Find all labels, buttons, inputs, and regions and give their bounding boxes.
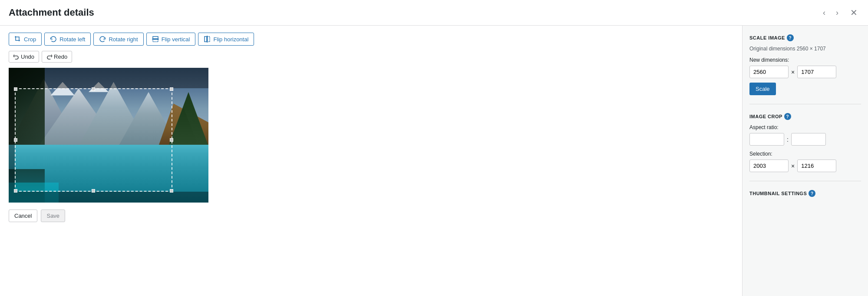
- next-button[interactable]: ›: [832, 7, 842, 19]
- flip-horizontal-label: Flip horizontal: [213, 36, 248, 43]
- crop-label: Crop: [24, 36, 36, 43]
- aspect-ratio-inputs: :: [749, 133, 861, 146]
- right-panel: SCALE IMAGE ? Original dimensions 2560 ×…: [742, 26, 868, 296]
- flip-horizontal-button[interactable]: Flip horizontal: [198, 33, 254, 46]
- handle-bottom-left[interactable]: [14, 189, 17, 193]
- scale-image-title: SCALE IMAGE ?: [749, 34, 861, 41]
- undo-redo-bar: Undo Redo: [9, 51, 733, 63]
- close-button[interactable]: ✕: [847, 6, 861, 20]
- aspect-width-input[interactable]: [749, 133, 784, 146]
- selection-inputs: ×: [749, 160, 861, 172]
- selection-label: Selection:: [749, 151, 861, 157]
- flip-vertical-label: Flip vertical: [162, 36, 190, 43]
- scale-image-section: SCALE IMAGE ? Original dimensions 2560 ×…: [749, 34, 861, 104]
- image-crop-section: IMAGE CROP ? Aspect ratio: : Selection: …: [749, 113, 861, 181]
- rotate-right-label: Rotate right: [109, 36, 138, 43]
- handle-bottom-right[interactable]: [170, 189, 173, 193]
- scale-help-icon[interactable]: ?: [787, 34, 794, 41]
- image-crop-title: IMAGE CROP ?: [749, 113, 861, 120]
- handle-top-center[interactable]: [92, 87, 95, 91]
- rotate-left-label: Rotate left: [59, 36, 85, 43]
- selection-width-input[interactable]: [749, 160, 789, 172]
- modal-body: Crop Rotate left Rotate right: [0, 26, 868, 296]
- undo-button[interactable]: Undo: [9, 51, 39, 63]
- crop-button[interactable]: Crop: [9, 33, 42, 46]
- modal-title: Attachment details: [9, 7, 94, 18]
- undo-label: Undo: [21, 53, 34, 60]
- redo-label: Redo: [54, 53, 67, 60]
- selection-separator: ×: [791, 163, 795, 170]
- handle-bottom-center[interactable]: [92, 189, 95, 193]
- prev-button[interactable]: ‹: [819, 7, 829, 19]
- action-bar: Cancel Save: [9, 210, 733, 222]
- editor-area: Crop Rotate left Rotate right: [0, 26, 742, 296]
- modal-nav: ‹ ›: [819, 7, 842, 19]
- thumbnail-settings-title: THUMBNAIL SETTINGS ?: [749, 190, 861, 197]
- attachment-details-modal: Attachment details ‹ › ✕ Crop: [0, 0, 868, 296]
- handle-middle-left[interactable]: [14, 138, 17, 142]
- scale-button[interactable]: Scale: [749, 83, 776, 95]
- svg-rect-3: [205, 37, 207, 42]
- svg-rect-0: [153, 37, 158, 39]
- flip-vertical-button[interactable]: Flip vertical: [146, 33, 196, 46]
- undo-icon: [13, 54, 19, 60]
- crop-shadow-top: [9, 68, 208, 88]
- crop-help-icon[interactable]: ?: [784, 113, 791, 120]
- new-dimensions-label: New dimensions:: [749, 57, 861, 63]
- new-dimensions-inputs: ×: [749, 66, 861, 78]
- scale-height-input[interactable]: [797, 66, 836, 78]
- scale-separator: ×: [791, 69, 795, 76]
- original-dimensions: Original dimensions 2560 × 1707: [749, 46, 861, 52]
- thumbnail-settings-section: THUMBNAIL SETTINGS ?: [749, 190, 861, 206]
- rotate-left-button[interactable]: Rotate left: [44, 33, 91, 46]
- flip-vertical-icon: [152, 36, 159, 43]
- save-button[interactable]: Save: [41, 210, 65, 222]
- flip-horizontal-icon: [204, 36, 211, 43]
- thumbnail-help-icon[interactable]: ?: [809, 190, 815, 197]
- rotate-right-button[interactable]: Rotate right: [93, 33, 143, 46]
- image-canvas: [9, 68, 208, 203]
- crop-icon: [14, 36, 21, 43]
- selection-height-input[interactable]: [797, 160, 836, 172]
- scale-width-input[interactable]: [749, 66, 789, 78]
- rotate-right-icon: [99, 36, 106, 43]
- redo-icon: [46, 54, 52, 60]
- svg-rect-1: [153, 40, 158, 42]
- aspect-height-input[interactable]: [791, 133, 826, 146]
- svg-rect-4: [208, 37, 210, 42]
- handle-top-left[interactable]: [14, 87, 17, 91]
- handle-middle-right[interactable]: [170, 138, 173, 142]
- redo-button[interactable]: Redo: [42, 51, 72, 63]
- crop-shadow-bottom: [9, 192, 208, 203]
- aspect-separator: :: [787, 136, 789, 143]
- handle-top-right[interactable]: [170, 87, 173, 91]
- rotate-left-icon: [50, 36, 57, 43]
- cancel-button[interactable]: Cancel: [9, 210, 37, 222]
- crop-selection-box[interactable]: [15, 88, 172, 192]
- aspect-ratio-label: Aspect ratio:: [749, 124, 861, 130]
- modal-header: Attachment details ‹ › ✕: [0, 0, 868, 26]
- toolbar: Crop Rotate left Rotate right: [9, 33, 733, 46]
